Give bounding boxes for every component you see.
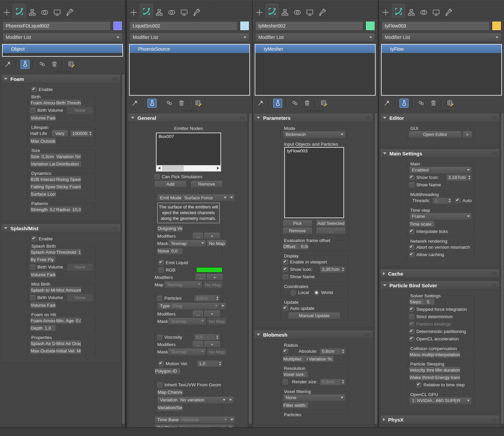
spinner-arrows-icon[interactable] [341, 379, 345, 385]
noise-spinner[interactable]: 0,0 [169, 248, 183, 254]
rollout-splitter-handle[interactable] [127, 109, 252, 112]
pin-stack-button[interactable] [256, 99, 265, 108]
viscosity-checkbox[interactable] [157, 335, 162, 340]
world-radio[interactable] [314, 290, 319, 295]
time-base-dropdown[interactable]: Absolute [179, 416, 229, 424]
add-modifier-button[interactable]: + [204, 341, 220, 348]
horizontal-scrollbar[interactable] [157, 165, 220, 171]
modifier-stack[interactable]: tyMesher [255, 44, 376, 96]
radius-spinner[interactable]: 10,0cm [70, 206, 81, 213]
panel-resize-handle[interactable] [380, 1, 503, 4]
polygon-id-spinner[interactable]: 4 [177, 368, 180, 375]
enable-checkbox[interactable] [32, 236, 37, 241]
tab-create[interactable] [127, 6, 140, 18]
allow-caching-checkbox[interactable] [409, 252, 414, 257]
scroll-thumb[interactable] [375, 113, 377, 424]
object-color-swatch[interactable] [113, 21, 122, 31]
pin-stack-button[interactable] [382, 99, 391, 108]
sticky-foam-spinner[interactable]: 0,0 [81, 183, 81, 190]
rollout-header-physx[interactable]: PhysX [380, 415, 500, 424]
inherit-texuvw-from-geom-checkbox[interactable] [157, 382, 162, 387]
remove-modifier-button[interactable] [50, 60, 59, 69]
depth-spinner[interactable]: 1,0 [43, 325, 56, 331]
render-size-spinner[interactable]: 0,5cm [320, 379, 345, 385]
dropdown[interactable]: None [283, 394, 345, 401]
more-button[interactable]: ... [196, 274, 206, 281]
absolute-spinner[interactable]: 0,6cm [320, 348, 345, 355]
tab-create[interactable] [379, 6, 392, 18]
motion-vel-spinner[interactable]: 1,0 [197, 360, 222, 367]
spinner-arrows-icon[interactable] [447, 198, 452, 204]
distribution-spinner[interactable]: 1000,0 [79, 160, 81, 167]
show-end-result-button[interactable] [400, 99, 409, 108]
tab-motion[interactable] [38, 6, 51, 18]
stepped-force-integration-checkbox[interactable] [409, 307, 414, 312]
tab-create[interactable] [253, 6, 265, 18]
no-map-button[interactable]: No Map [204, 281, 222, 288]
mask-texmap-dropdown[interactable]: Texmap [168, 240, 206, 247]
stack-item-tymesher[interactable]: tyMesher [255, 45, 375, 53]
dropdown[interactable]: Frame [409, 213, 472, 220]
list-item[interactable]: tyFlow003 [285, 148, 343, 154]
add-modifier-button[interactable]: + [204, 233, 220, 239]
add-button[interactable]: Add [155, 181, 186, 188]
vertical-scrollbar[interactable] [374, 112, 378, 427]
map-texmap-dropdown[interactable]: Texmap [164, 281, 202, 288]
panel-resize-handle[interactable] [1, 1, 124, 4]
rollout-header-particle-bind-solver[interactable]: Particle Bind Solver [380, 281, 500, 290]
motion-vel-checkbox[interactable] [159, 361, 164, 366]
dropdown[interactable]: Enabled [409, 166, 472, 174]
scroll-thumb[interactable] [162, 166, 183, 171]
threshold-spinner[interactable]: 10,0 [76, 249, 81, 255]
rollout-splitter-handle[interactable] [0, 70, 125, 74]
tab-modify[interactable] [265, 4, 279, 18]
configure-modifier-sets-button[interactable] [194, 99, 203, 108]
tab-create[interactable] [0, 6, 13, 18]
make-unique-button[interactable] [290, 99, 299, 108]
half-life-spinner[interactable]: 100000,0 [70, 130, 93, 137]
add-selected-button[interactable]: Add Selected [317, 220, 345, 227]
pin-stack-button[interactable] [130, 99, 139, 108]
enable-checkbox[interactable] [32, 87, 37, 92]
scroll-thumb[interactable] [122, 74, 125, 424]
list-item[interactable]: Box007 [157, 134, 220, 139]
modifier-list-dropdown[interactable]: Modifier List [130, 33, 249, 42]
rollout-header-editor[interactable]: Editor [380, 113, 500, 123]
vertical-scrollbar[interactable] [121, 74, 125, 427]
tab-utilities[interactable] [190, 6, 203, 18]
object-color-swatch[interactable] [240, 21, 249, 31]
scroll-thumb[interactable] [249, 113, 252, 424]
threads-spinner[interactable]: 1 [432, 197, 452, 204]
birth-volume-checkbox[interactable] [30, 295, 35, 300]
no-map-button[interactable]: No Map [207, 348, 226, 355]
abort-on-version-mismatch-checkbox[interactable] [409, 245, 414, 250]
remove-button[interactable]: Remove [191, 181, 222, 188]
strength-spinner[interactable]: 0,0 [48, 206, 56, 213]
tab-motion[interactable] [417, 6, 430, 18]
tab-hierarchy[interactable] [153, 6, 165, 18]
show-icon-checkbox[interactable] [409, 175, 414, 180]
object-name-field[interactable] [255, 21, 363, 31]
spinner-arrows-icon[interactable] [218, 360, 222, 367]
type-dropdown[interactable]: Drag [170, 302, 220, 310]
object-color-swatch[interactable] [492, 21, 501, 31]
tab-hierarchy[interactable] [26, 6, 38, 18]
emit-liquid-checkbox[interactable] [159, 260, 164, 265]
tab-utilities[interactable] [63, 6, 76, 18]
object-name-field[interactable] [3, 21, 111, 31]
birth-volume-checkbox[interactable] [30, 264, 35, 270]
show-end-result-button[interactable] [273, 99, 282, 108]
configure-modifier-sets-button[interactable] [67, 60, 76, 69]
make-unique-button[interactable] [38, 60, 47, 69]
spinner-arrows-icon[interactable] [215, 295, 219, 301]
open-editor-button[interactable]: Open Editor [409, 131, 461, 138]
rgb-checkbox[interactable] [159, 268, 164, 273]
tab-modify[interactable] [140, 4, 153, 18]
rollout-header-foam[interactable]: Foam [1, 74, 121, 84]
rgb-color-swatch[interactable] [196, 267, 222, 273]
tab-motion[interactable] [165, 6, 178, 18]
tab-modify[interactable] [13, 4, 26, 18]
modifier-stack[interactable]: tyFlow [381, 44, 502, 96]
prt-shape-dropdown[interactable]: Sphere... voxel [177, 424, 227, 427]
partition-bindings-checkbox[interactable] [409, 322, 414, 327]
